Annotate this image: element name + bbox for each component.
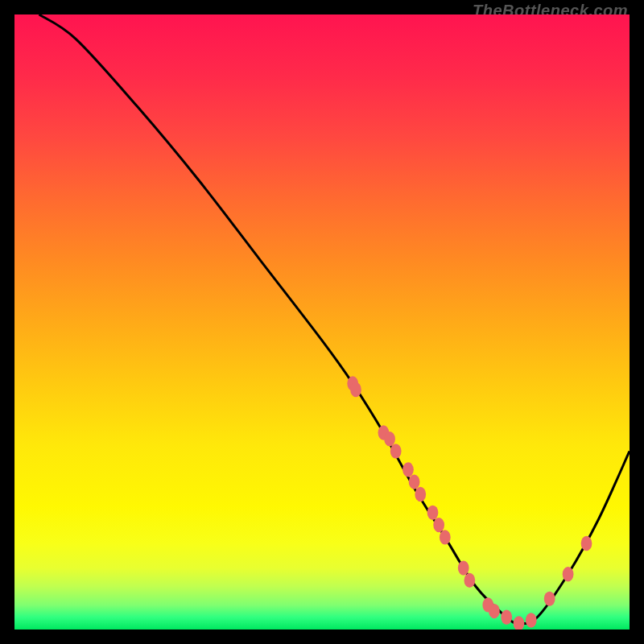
bottleneck-curve [39,14,630,624]
marker-dot [464,573,475,588]
marker-dot [390,444,402,458]
marker-dot [415,487,426,502]
marker-dot [433,518,444,532]
marker-dot [384,431,395,446]
marker-dot [563,567,574,581]
marker-dot [440,530,451,544]
chart-svg [14,14,630,630]
marker-dot [427,506,439,520]
marker-dot [544,592,555,606]
marker-dot [581,536,592,551]
marker-dot [501,610,512,625]
marker-dot [458,560,469,575]
marker-dot [489,604,500,618]
marker-dot [402,462,414,477]
marker-dot [514,616,525,630]
marker-dot [526,613,537,627]
marker-dot [409,474,420,489]
marker-group [347,376,592,630]
marker-dot [350,382,361,397]
chart-area [14,14,630,630]
